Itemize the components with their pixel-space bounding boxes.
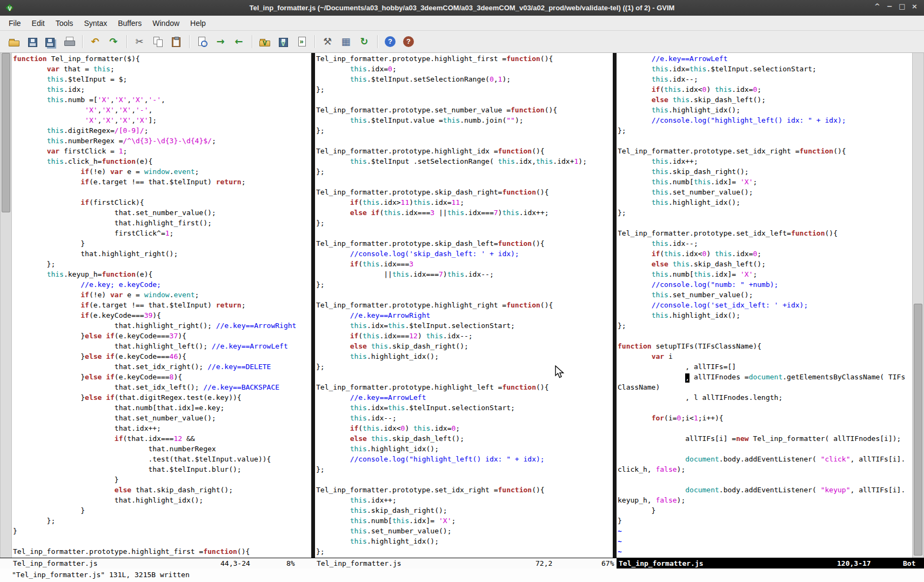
code-row: that.set_idx_right(); //e.key==DELETE — [13, 363, 311, 373]
code-row: this.numberRegex =/^\d{3}-\d{3}-\d{4}$/; — [13, 137, 311, 147]
code-row: } — [13, 476, 311, 486]
right-scrollbar[interactable] — [912, 53, 924, 558]
status-left[interactable]: Tel_inp_formatter.js 44,3-24 8% — [0, 558, 315, 568]
code-row: that.highlight_left(); //e.key==ArrowLef… — [13, 342, 311, 352]
code-row — [13, 188, 311, 198]
code-row: 'X','X','X','X']; — [13, 116, 311, 126]
code-row — [316, 373, 613, 383]
code-row: this.idx=0; — [316, 65, 613, 75]
code-row: that.idx++; — [13, 424, 311, 434]
code-row: this.highlight_idx(); — [618, 311, 912, 322]
code-row: document.body.addEventListener( "click",… — [618, 455, 912, 465]
menu-item-tools[interactable]: Tools — [50, 17, 79, 30]
right-scrollbar-thumb[interactable] — [914, 304, 922, 556]
toolbar-save-button[interactable] — [25, 34, 40, 50]
toolbar-copy-button[interactable] — [150, 34, 165, 50]
window-controls: ^−□× — [871, 0, 921, 16]
code-row: if(this.idx<0) this.idx=0; — [618, 85, 912, 96]
editor-area: function Tel_inp_formatter($){ var that … — [0, 53, 924, 558]
toolbar-make-button[interactable]: ⚒ — [320, 34, 335, 50]
code-row: //console.log("highlight_left() idx: " +… — [316, 455, 613, 465]
code-row: that.highlight_right(); — [13, 250, 311, 260]
code-row: this.set_number_value(); — [316, 527, 613, 537]
menu-item-edit[interactable]: Edit — [26, 17, 50, 30]
toolbar-undo-button[interactable]: ↶ — [88, 34, 103, 50]
code-row: this.idx++; — [316, 496, 613, 506]
pane-1[interactable]: function Tel_inp_formatter($){ var that … — [12, 53, 311, 558]
code-row: }; — [316, 126, 613, 137]
toolbar-run-script-button[interactable]: » — [294, 34, 309, 50]
code-row: if(!e) var e = window.event; — [13, 168, 311, 178]
toolbar-print-button[interactable] — [62, 34, 77, 50]
toolbar-save-all-button[interactable] — [43, 34, 58, 50]
code-row: if(e.target !== that.$telInput) return; — [13, 301, 311, 311]
code-row: that.numb[that.idx]=e.key; — [13, 404, 311, 414]
status-bar: Tel_inp_formatter.js 44,3-24 8% Tel_inp_… — [0, 558, 924, 568]
code-row: ~ — [618, 547, 912, 558]
code-row: var i — [618, 352, 912, 363]
code-row: //console.log("numb: " +numb); — [618, 280, 912, 291]
code-row: if(that.idx===12 && — [13, 434, 311, 445]
code-row: this.set_number_value(); — [618, 188, 912, 198]
toolbar-load-session-button[interactable]: V — [257, 34, 272, 50]
code-row: } — [618, 517, 912, 527]
code-row: that.highlight_first(); — [13, 219, 311, 229]
toolbar-find-replace-button[interactable] — [195, 34, 210, 50]
code-row: if(this.idx>11)this.idx=11; — [316, 198, 613, 209]
help-icon: ? — [385, 36, 396, 47]
vertical-separator-2[interactable] — [613, 53, 617, 558]
code-row: Tel_inp_formatter.prototype.highlight_fi… — [13, 547, 311, 558]
shade-button[interactable]: ^ — [871, 2, 883, 14]
code-row: that.highlight_right(); //e.key==ArrowRi… — [13, 322, 311, 332]
toolbar-paste-button[interactable] — [169, 34, 184, 50]
pane-3[interactable]: //e.key==ArrowLeft this.idx=this.$telInp… — [617, 53, 912, 558]
code-row: }; — [316, 465, 613, 476]
code-row: Tel_inp_formatter.prototype.set_number_v… — [316, 106, 613, 116]
close-button[interactable]: × — [908, 2, 921, 14]
toolbar-open-button[interactable] — [6, 34, 22, 50]
toolbar-find-prev-button[interactable]: ← — [231, 34, 246, 50]
menu-item-help[interactable]: Help — [185, 17, 211, 30]
code-row: this.$telInput.setSelectionRange(0,1); — [316, 75, 613, 85]
menu-item-buffers[interactable]: Buffers — [112, 17, 147, 30]
minimize-button[interactable]: − — [883, 2, 896, 14]
title-bar[interactable]: V Tel_inp_formatter.js (~/Documents/a03_… — [0, 0, 924, 16]
toolbar-help-button[interactable]: ? — [383, 34, 398, 50]
status-ruler: 120,3-17 — [837, 558, 871, 568]
toolbar-separator — [189, 35, 190, 48]
find-next-icon: → — [214, 35, 227, 48]
code-row: Tel_inp_formatter.prototype.highlight_fi… — [316, 55, 613, 65]
toolbar-redo-button[interactable]: ↷ — [106, 34, 121, 50]
toolbar-find-help-button[interactable]: ? — [401, 34, 416, 50]
code-row: } — [13, 527, 311, 537]
vertical-separator-1[interactable] — [311, 53, 315, 558]
gvim-window: V Tel_inp_formatter.js (~/Documents/a03_… — [0, 0, 924, 582]
menu-item-syntax[interactable]: Syntax — [78, 17, 112, 30]
code-row: Tel_inp_formatter.prototype.skip_dash_le… — [316, 239, 613, 250]
run-script-icon: » — [296, 36, 307, 47]
code-row: }; — [316, 280, 613, 291]
code-row: this.skip_dash_right(); — [618, 168, 912, 178]
code-row: this.keyup_h=function(e){ — [13, 270, 311, 280]
code-row: this.idx--; — [618, 75, 912, 85]
menu-item-file[interactable]: File — [3, 17, 26, 30]
code-row: if(e.keyCode===39){ — [13, 311, 311, 322]
vim-cursor: , — [685, 373, 689, 383]
code-row: }else if(e.keyCode===8){ — [13, 373, 311, 383]
maximize-button[interactable]: □ — [896, 2, 908, 14]
toolbar-save-session-button[interactable]: V — [276, 34, 291, 50]
toolbar-find-next-button[interactable]: → — [213, 34, 228, 50]
toolbar-cut-button[interactable]: ✂ — [132, 34, 147, 50]
status-ruler: 44,3-24 — [220, 558, 250, 568]
pane-2[interactable]: Tel_inp_formatter.prototype.highlight_fi… — [315, 53, 613, 558]
left-scrollbar[interactable] — [0, 53, 12, 558]
menu-item-window[interactable]: Window — [147, 17, 185, 30]
status-right-active[interactable]: Tel_inp_formatter.js 120,3-17 Bot — [617, 558, 924, 568]
copy-icon — [152, 36, 163, 47]
left-scrollbar-thumb[interactable] — [2, 53, 10, 212]
status-middle[interactable]: Tel_inp_formatter.js 72,2 67% — [315, 558, 617, 568]
code-row: var that = this; — [13, 65, 311, 75]
save-session-icon: V — [279, 38, 288, 47]
toolbar-jump-tag-button[interactable]: ↻ — [357, 34, 372, 50]
toolbar-build-tags-button[interactable]: ▦ — [338, 34, 353, 50]
